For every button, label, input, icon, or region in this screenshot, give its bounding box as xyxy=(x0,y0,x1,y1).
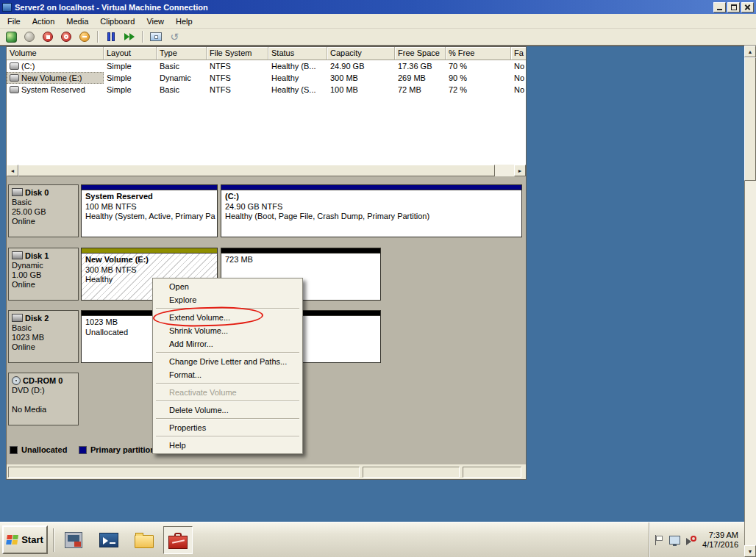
legend-label: Unallocated xyxy=(21,445,67,454)
vm-vertical-scrollbar[interactable]: ▲ ▼ xyxy=(744,46,756,557)
start-vm-button[interactable] xyxy=(21,29,38,44)
disk-status: Online xyxy=(12,217,75,226)
column-header-capacity[interactable]: Capacity xyxy=(327,47,395,60)
ctrl-alt-del-button[interactable] xyxy=(3,29,19,44)
maximize-button[interactable] xyxy=(727,2,740,12)
quick-launch-explorer[interactable] xyxy=(129,526,159,554)
volume-muted-icon[interactable] xyxy=(686,536,696,545)
volume-row-new-volume-e[interactable]: New Volume (E:) Simple Dynamic NTFS Heal… xyxy=(7,72,526,84)
column-header-fault-tolerance[interactable]: Fa xyxy=(511,47,526,60)
menu-media[interactable]: Media xyxy=(60,15,94,28)
taskbar-button-disk-management[interactable] xyxy=(163,526,193,554)
partition-c-drive[interactable]: (C:) 24.90 GB NTFS Healthy (Boot, Page F… xyxy=(221,184,522,237)
column-header-type[interactable]: Type xyxy=(157,47,207,60)
server-manager-icon xyxy=(65,532,82,548)
scroll-right-button[interactable]: ► xyxy=(514,165,526,176)
menu-item-add-mirror[interactable]: Add Mirror... xyxy=(154,337,301,351)
partition-title: New Volume (E:) xyxy=(85,255,213,265)
toolbar-separator xyxy=(142,31,143,43)
status-bar xyxy=(7,464,526,479)
disk1-label-panel[interactable]: Disk 1 Dynamic 1.00 GB Online xyxy=(8,248,79,301)
menu-item-open[interactable]: Open xyxy=(154,280,301,293)
horizontal-scrollbar-thumb[interactable] xyxy=(18,165,495,176)
cell-capacity: 24.90 GB xyxy=(327,60,395,72)
menu-clipboard[interactable]: Clipboard xyxy=(94,15,140,28)
cell-free-space: 72 MB xyxy=(395,84,446,96)
menu-bar: File Action Media Clipboard View Help xyxy=(0,14,756,29)
menu-separator xyxy=(156,436,299,437)
system-tray: 7:39 AM 4/17/2016 xyxy=(649,522,741,557)
column-header-volume[interactable]: Volume xyxy=(7,47,104,60)
menu-item-delete-volume[interactable]: Delete Volume... xyxy=(154,403,301,417)
menu-item-shrink-volume[interactable]: Shrink Volume... xyxy=(154,324,301,337)
tray-clock[interactable]: 7:39 AM 4/17/2016 xyxy=(702,531,738,550)
shut-down-button[interactable] xyxy=(58,29,74,44)
pause-button[interactable] xyxy=(103,29,119,44)
scroll-up-button[interactable]: ▲ xyxy=(744,46,756,57)
menu-action[interactable]: Action xyxy=(26,15,61,28)
disk-size: 1023 MB xyxy=(12,333,75,342)
cell-capacity: 300 MB xyxy=(327,72,395,84)
cell-pct-free: 90 % xyxy=(446,72,511,84)
scroll-left-button[interactable]: ◄ xyxy=(7,165,18,176)
disk-type: Basic xyxy=(12,198,75,207)
turn-off-button[interactable] xyxy=(40,29,56,44)
status-panel xyxy=(8,467,360,478)
snapshot-button[interactable] xyxy=(148,29,164,44)
partition-system-reserved[interactable]: System Reserved 100 MB NTFS Healthy (Sys… xyxy=(81,184,218,237)
volume-row-system-reserved[interactable]: System Reserved Simple Basic NTFS Health… xyxy=(7,84,526,96)
menu-separator xyxy=(156,352,299,353)
network-status-icon[interactable] xyxy=(669,536,680,545)
volume-list-horizontal-scrollbar[interactable]: ◄ ► xyxy=(7,165,526,176)
cell-fault-tolerance: No xyxy=(511,84,526,96)
column-header-layout[interactable]: Layout xyxy=(104,47,157,60)
scroll-down-button[interactable]: ▼ xyxy=(744,545,756,557)
column-header-file-system[interactable]: File System xyxy=(207,47,268,60)
scroll-down-icon: ▼ xyxy=(748,549,753,554)
revert-button[interactable]: ↺ xyxy=(166,29,182,44)
menu-item-explore[interactable]: Explore xyxy=(154,293,301,306)
column-header-pct-free[interactable]: % Free xyxy=(446,47,511,60)
quick-launch-powershell[interactable] xyxy=(94,526,124,554)
vm-toolbar: ↺ xyxy=(0,29,756,46)
vm-desktop: Volume Layout Type File System Status Ca… xyxy=(0,46,744,522)
menu-help[interactable]: Help xyxy=(170,15,199,28)
volume-row-c[interactable]: (C:) Simple Basic NTFS Healthy (B... 24.… xyxy=(7,60,526,72)
powershell-icon xyxy=(99,533,118,547)
clock-date: 4/17/2016 xyxy=(702,540,738,550)
menu-view[interactable]: View xyxy=(140,15,170,28)
quick-launch-server-manager[interactable] xyxy=(59,526,88,554)
windows-flag-icon xyxy=(6,535,19,545)
disk2-label-panel[interactable]: Disk 2 Basic 1023 MB Online xyxy=(8,310,79,363)
disk-name: Disk 1 xyxy=(25,251,49,260)
cdrom-label-panel[interactable]: CD-ROM 0 DVD (D:) No Media xyxy=(8,373,79,425)
minimize-icon xyxy=(717,9,722,10)
minimize-button[interactable] xyxy=(713,2,726,12)
start-button[interactable]: Start xyxy=(2,525,48,554)
taskbar: Start 7:39 AM 4/17/2016 xyxy=(0,522,744,557)
disk-icon xyxy=(12,251,23,259)
disk0-label-panel[interactable]: Disk 0 Basic 25.00 GB Online xyxy=(8,184,79,237)
legend-label: Primary partition xyxy=(90,445,155,454)
menu-item-format[interactable]: Format... xyxy=(154,368,301,381)
vertical-scrollbar-thumb[interactable] xyxy=(744,57,756,181)
maximize-icon xyxy=(731,4,737,10)
column-header-free-space[interactable]: Free Space xyxy=(395,47,446,60)
status-panel xyxy=(363,467,460,478)
reset-button[interactable] xyxy=(121,29,138,44)
title-bar: Server2 on localhost - Virtual Machine C… xyxy=(0,0,756,14)
menu-item-change-drive-letter[interactable]: Change Drive Letter and Paths... xyxy=(154,355,301,368)
menu-item-properties[interactable]: Properties xyxy=(154,421,301,434)
menu-item-help[interactable]: Help xyxy=(154,439,301,452)
partition-size: 24.90 GB NTFS xyxy=(225,202,518,212)
shut-down-icon xyxy=(61,32,71,42)
menu-item-extend-volume[interactable]: Extend Volume... xyxy=(154,311,301,324)
menu-file[interactable]: File xyxy=(1,15,26,28)
context-menu: Open Explore Extend Volume... Shrink Vol… xyxy=(152,278,303,454)
close-button[interactable] xyxy=(741,2,754,12)
column-header-status[interactable]: Status xyxy=(268,47,327,60)
disk-type: Basic xyxy=(12,323,75,333)
scroll-right-icon: ► xyxy=(518,168,523,173)
notification-flag-icon[interactable] xyxy=(655,535,663,545)
save-state-button[interactable] xyxy=(76,29,93,44)
